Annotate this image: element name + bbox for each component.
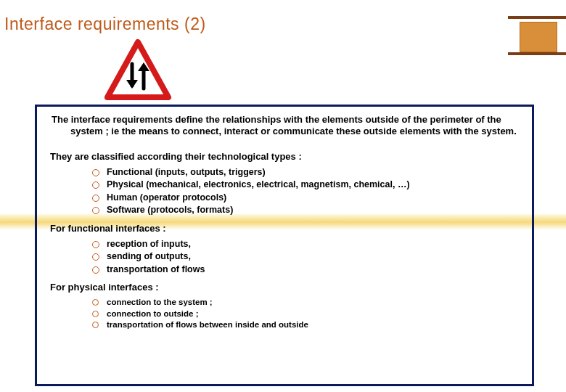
list-item: sending of outputs, (92, 250, 519, 264)
list-item: connection to outside ; (92, 309, 519, 320)
bullet-list: reception of inputs, sending of outputs,… (50, 238, 519, 277)
list-item: transportation of flows between inside a… (92, 319, 519, 331)
section-heading: For physical interfaces : (50, 282, 519, 293)
corner-decoration (508, 7, 566, 51)
section-heading: They are classified according their tech… (50, 151, 519, 162)
bullet-list: Functional (inputs, outputs, triggers) P… (50, 166, 519, 217)
slide-title: Interface requirements (2) (4, 15, 206, 34)
bullet-list: connection to the system ; connection to… (50, 297, 519, 331)
list-item: Human (operator protocols) (92, 192, 519, 205)
list-item: connection to the system ; (92, 297, 519, 309)
list-item: Functional (inputs, outputs, triggers) (92, 166, 519, 179)
list-item: Software (protocols, formats) (92, 204, 519, 217)
section-heading: For functional interfaces : (50, 223, 519, 234)
list-item: reception of inputs, (92, 238, 519, 251)
list-item: transportation of flows (92, 264, 519, 277)
content-frame: The interface requirements define the re… (35, 105, 534, 386)
svg-marker-1 (107, 42, 168, 97)
intro-paragraph: The interface requirements define the re… (50, 114, 519, 138)
list-item: Physical (mechanical, electronics, elect… (92, 179, 519, 192)
warning-sign-icon (102, 38, 174, 103)
